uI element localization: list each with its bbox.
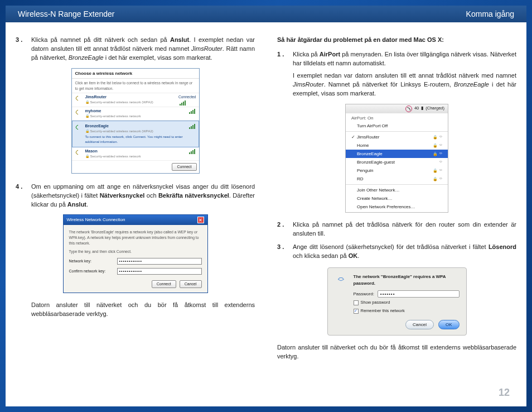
left-column: 3 . Klicka på namnet på ditt nätverk och… bbox=[16, 36, 255, 406]
airport-dialog-icon: ⌔ bbox=[335, 274, 348, 287]
password-label: Password: bbox=[354, 291, 374, 298]
signal-bars-icon bbox=[188, 123, 196, 129]
bold: Anslut bbox=[170, 36, 189, 43]
network-row-selected: BronzeEagle🔒⌔ bbox=[346, 150, 448, 158]
network-msg: To connect to this network, click Connec… bbox=[85, 135, 186, 144]
right-heading: Så här åtgärdar du problemet på en dator… bbox=[277, 36, 516, 45]
close-icon: ✕ bbox=[197, 217, 204, 223]
connected-label: Connected bbox=[178, 94, 196, 99]
wifi-icon: ⌔ bbox=[439, 176, 442, 183]
open-prefs: Open Network Preferences… bbox=[346, 203, 448, 211]
text: och klicka sedan på bbox=[293, 252, 349, 259]
text: Klicka på bbox=[293, 51, 320, 58]
italic: JimsRouter bbox=[293, 81, 324, 88]
airport-icon bbox=[405, 106, 412, 112]
left-after-text: Datorn ansluter till nätverket och du bö… bbox=[16, 301, 255, 319]
network-key-label: Network key: bbox=[69, 258, 114, 264]
wifi-icon bbox=[75, 148, 83, 155]
join-other-network: Join Other Network… bbox=[346, 186, 448, 194]
network-sub: Security-enabled wireless network bbox=[85, 154, 186, 159]
network-sub: Security-enabled wireless network (WPA2) bbox=[85, 100, 176, 105]
left-step-4: 4 . Om en uppmaning om att ange en nätve… bbox=[16, 183, 255, 209]
step-number: 4 . bbox=[16, 183, 31, 209]
header-bar: Wireless-N Range Extender Komma igång bbox=[6, 6, 526, 22]
mac-menubar: 40 ▮ (Charged) bbox=[346, 104, 448, 113]
airport-status: AirPort: On bbox=[346, 114, 448, 122]
signal-bars-icon bbox=[188, 148, 196, 154]
network-row: RD🔒⌔ bbox=[346, 175, 448, 183]
wifi-icon: ⌔ bbox=[439, 134, 442, 141]
step-number: 3 . bbox=[16, 36, 31, 63]
left-step-3: 3 . Klicka på namnet på ditt nätverk och… bbox=[16, 36, 255, 63]
fig2-titlebar: Wireless Network Connection ✕ bbox=[64, 215, 207, 225]
lock-icon: 🔒 bbox=[433, 143, 438, 148]
text: I exemplet nedan var datorn ansluten til… bbox=[293, 72, 516, 79]
fig2-msg1: The network 'BronzeEagle' requires a net… bbox=[69, 229, 202, 246]
show-password-checkbox: Show password bbox=[354, 300, 460, 306]
network-row: Penguin🔒⌔ bbox=[346, 166, 448, 175]
network-item-selected: BronzeEagle Security-enabled wireless ne… bbox=[72, 121, 199, 147]
ok-button: OK bbox=[438, 320, 460, 330]
step-number: 3 . bbox=[277, 243, 293, 261]
right-step-1: 1 . Klicka på AirPort på menyraden. En l… bbox=[277, 50, 516, 98]
network-item: myhome Security-enabled wireless network bbox=[72, 107, 199, 121]
lock-icon: 🔒 bbox=[433, 176, 438, 182]
figure-windows-network-list: Choose a wireless network Click an item … bbox=[71, 68, 200, 174]
text: och bbox=[144, 192, 158, 199]
password-input: ••••••• bbox=[378, 290, 460, 298]
fig2-title: Wireless Network Connection bbox=[67, 217, 125, 223]
network-name: BronzeEagle bbox=[85, 123, 186, 129]
bold: Bekräfta nätverksnyckel bbox=[158, 192, 229, 199]
step-body: Klicka på namnet på ditt nätverk och sed… bbox=[31, 36, 255, 63]
battery-icon: ▮ bbox=[421, 106, 423, 112]
turn-airport-off: Turn AirPort Off bbox=[346, 122, 448, 130]
italic: JimsRouter bbox=[191, 45, 223, 52]
confirm-key-label: Confirm network key: bbox=[69, 269, 114, 274]
page-number: 12 bbox=[499, 385, 510, 400]
wifi-icon bbox=[75, 108, 83, 115]
figure-windows-wpa-dialog: Wireless Network Connection ✕ The networ… bbox=[63, 214, 208, 293]
network-row: Home🔒⌔ bbox=[346, 141, 448, 150]
italic: BronzeEagle bbox=[454, 81, 489, 88]
lock-icon: 🔒 bbox=[433, 168, 438, 174]
fig2-msg2: Type the key, and then click Connect. bbox=[69, 249, 202, 255]
step-number: 1 . bbox=[277, 50, 293, 98]
text: . bbox=[86, 201, 88, 208]
bold: OK bbox=[349, 252, 358, 259]
text: . bbox=[357, 252, 359, 259]
step-number: 2 . bbox=[277, 221, 293, 238]
network-sub: Security-enabled wireless network (WPA2) bbox=[85, 129, 186, 134]
wifi-icon: ⌔ bbox=[439, 142, 442, 149]
bold: Nätverksnyckel bbox=[100, 192, 145, 199]
signal-bars-icon bbox=[178, 100, 186, 106]
wifi-icon bbox=[75, 123, 83, 130]
remember-network-checkbox: ✓Remember this network bbox=[354, 308, 460, 314]
connect-button: Connect bbox=[172, 163, 196, 171]
cancel-button: Cancel bbox=[405, 320, 434, 330]
figure-mac-airport-menu: 40 ▮ (Charged) AirPort: On Turn AirPort … bbox=[345, 104, 448, 213]
bold: AirPort bbox=[320, 51, 340, 58]
fig1-footer: Connect bbox=[72, 161, 199, 173]
right-step-3: 3 . Ange ditt lösenord (säkerhetsnyckel)… bbox=[277, 243, 516, 261]
right-step-2: 2 . Klicka på namnet på det trådlösa nät… bbox=[277, 221, 516, 238]
step-body: Klicka på AirPort på menyraden. En lista… bbox=[293, 50, 516, 98]
network-name: JimsRouter bbox=[85, 94, 176, 100]
network-name: Mason bbox=[85, 148, 186, 154]
network-name: myhome bbox=[85, 108, 186, 114]
header-right: Komma igång bbox=[466, 9, 514, 18]
network-sub: Security-enabled wireless network bbox=[85, 114, 186, 119]
text: . Namnet på nätverket för Linksys E-rout… bbox=[324, 81, 454, 88]
text: Ange ditt lösenord (säkerhetsnyckel) för… bbox=[293, 243, 489, 250]
menubar-time: 40 bbox=[414, 106, 419, 112]
figure-mac-password-dialog: ⌔ The network "BronzeEagle" requires a W… bbox=[327, 267, 467, 336]
fig1-title: Choose a wireless network bbox=[72, 69, 199, 79]
document-page: Wireless-N Range Extender Komma igång 3 … bbox=[6, 6, 526, 406]
step-body: Om en uppmaning om att ange en nätverksn… bbox=[31, 183, 255, 209]
network-item: Mason Security-enabled wireless network bbox=[72, 147, 199, 161]
wifi-icon bbox=[75, 94, 83, 101]
fig4-msg: The network "BronzeEagle" requires a WPA… bbox=[354, 274, 460, 286]
network-row: BronzeEagle-guest⌔ bbox=[346, 158, 448, 166]
text: i det här exemplet, visas som markerat. bbox=[104, 54, 212, 61]
cancel-button: Cancel bbox=[180, 280, 202, 288]
right-after-text: Datorn ansluter till nätverket och du bö… bbox=[277, 343, 516, 361]
